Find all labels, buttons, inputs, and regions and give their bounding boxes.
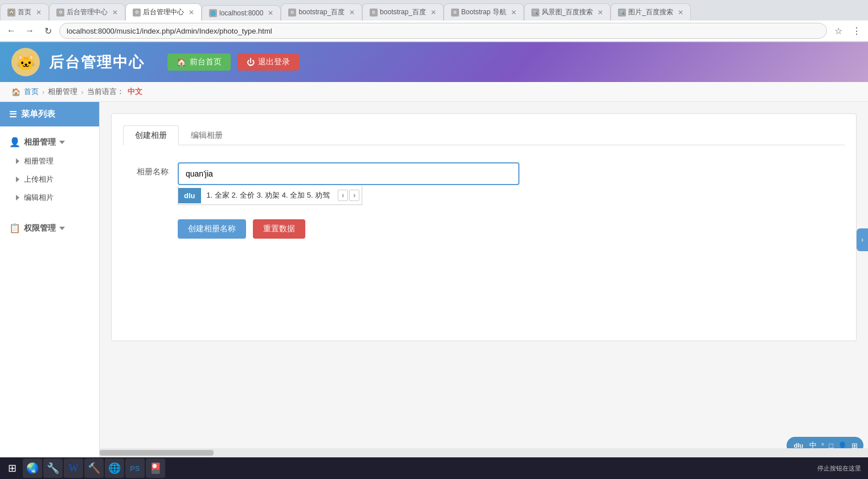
sidebar-section-title-permission[interactable]: 📋 权限管理 (0, 218, 99, 238)
browser-tab-2[interactable]: ⚙ 后台管理中心 ✕ (49, 3, 125, 21)
browser-tab-5[interactable]: B bootstrap_百度 ✕ (281, 3, 362, 21)
form-input-wrap: dlu 1. 全家 2. 全价 3. 劝架 4. 全加 5. 劝驾 ‹ › 创建… (178, 162, 519, 239)
home-icon-small: 🏠 (11, 88, 21, 96)
sidebar-section-title-album[interactable]: 👤 相册管理 (0, 132, 99, 152)
taskbar-app-4[interactable]: 🔨 (84, 458, 104, 478)
reset-button[interactable]: 重置数据 (253, 219, 305, 239)
refresh-button[interactable]: ↻ (41, 24, 55, 38)
browser-tab-4[interactable]: 🌐 localhost:8000 ✕ (202, 5, 281, 21)
ime-nav: ‹ › (335, 186, 362, 204)
browser-tab-1[interactable]: 🏠 首页 ✕ (0, 3, 49, 21)
browser-tab-3[interactable]: ⚙ 后台管理中心 ✕ (125, 3, 202, 21)
home-button-label: 前台首页 (190, 57, 222, 67)
ime-next-button[interactable]: › (349, 190, 359, 201)
sidebar-item-label-album: 相册管理 (24, 156, 54, 166)
tab-close-6[interactable]: ✕ (431, 9, 436, 17)
taskbar-app-2[interactable]: 🔧 (43, 458, 63, 478)
forward-button[interactable]: → (23, 24, 36, 38)
tab-title-6: bootstrap_百度 (380, 7, 426, 17)
taskbar-app-icon-2: 🔧 (47, 462, 59, 474)
breadcrumb-home[interactable]: 首页 (24, 87, 39, 97)
taskbar-app-icon-7: 🎴 (149, 462, 162, 474)
logout-button-label: 退出登录 (258, 57, 290, 67)
tab-close-5[interactable]: ✕ (349, 9, 355, 17)
create-album-label: 创建相册名称 (188, 224, 236, 233)
menu-button[interactable]: ⋮ (850, 24, 863, 38)
taskbar-app-1[interactable]: 🌏 (23, 458, 42, 478)
breadcrumb-lang-label: 当前语言： (87, 87, 124, 97)
tab-favicon-9: 🔍 (618, 9, 626, 17)
ime-candidates[interactable]: 1. 全家 2. 全价 3. 劝架 4. 全加 5. 劝驾 (201, 187, 336, 204)
tab-favicon-4: 🌐 (209, 9, 217, 17)
tab-favicon-6: B (370, 9, 378, 17)
tab-title-2: 后台管理中心 (67, 7, 108, 17)
logout-button[interactable]: ⏻ 退出登录 (238, 54, 299, 71)
tab-close-9[interactable]: ✕ (678, 9, 683, 17)
browser-tab-7[interactable]: B Bootstrap 导航 ✕ (444, 3, 524, 21)
home-icon: 🏠 (177, 58, 186, 67)
breadcrumb: 🏠 首页 › 相册管理 › 当前语言： 中文 (0, 82, 868, 102)
sidebar-item-album-mgmt[interactable]: 相册管理 (0, 152, 99, 170)
tab-title-3: 后台管理中心 (143, 7, 184, 17)
tab-close-7[interactable]: ✕ (511, 9, 517, 17)
tab-title-8: 风景图_百度搜索 (542, 7, 593, 17)
browser-tab-9[interactable]: 🔍 图片_百度搜索 ✕ (611, 3, 691, 21)
taskbar-right-text: 停止按钮在这里 (817, 464, 861, 473)
content-area: 创建相册 编辑相册 相册名称 dlu 1. 全家 2. 全价 3. 劝架 4. … (100, 102, 868, 479)
tab-favicon-3: ⚙ (133, 9, 141, 17)
sidebar-title: 菜单列表 (21, 109, 55, 120)
tab-close-4[interactable]: ✕ (268, 9, 273, 17)
header-buttons: 🏠 前台首页 ⏻ 退出登录 (167, 54, 299, 71)
tab-title-4: localhost:8000 (219, 9, 263, 17)
address-bar-row: ← → ↻ ☆ ⋮ (0, 21, 868, 42)
taskbar-app-6[interactable]: PS (125, 458, 145, 478)
sidebar-item-edit-photo[interactable]: 编辑相片 (0, 189, 99, 207)
reset-label: 重置数据 (263, 224, 295, 233)
tab-edit-album[interactable]: 编辑相册 (179, 125, 235, 145)
ime-prev-button[interactable]: ‹ (338, 190, 348, 201)
tab-title-7: Bootstrap 导航 (461, 7, 506, 17)
back-button[interactable]: ← (5, 24, 18, 38)
tab-close-1[interactable]: ✕ (36, 9, 42, 17)
tab-close-2[interactable]: ✕ (112, 9, 118, 17)
ime-logo: dlu (178, 188, 201, 203)
bookmark-button[interactable]: ☆ (832, 24, 845, 38)
tab-nav: 创建相册 编辑相册 (123, 125, 845, 145)
main-layout: ☰ 菜单列表 👤 相册管理 相册管理 上传相片 编辑相片 (0, 102, 868, 479)
tab-bar: 🏠 首页 ✕ ⚙ 后台管理中心 ✕ ⚙ 后台管理中心 ✕ 🌐 localhost… (0, 0, 868, 21)
logo-emoji: 🐱 (16, 53, 36, 72)
app-logo: 🐱 (11, 48, 40, 76)
address-input[interactable] (59, 23, 827, 39)
create-album-button[interactable]: 创建相册名称 (178, 219, 246, 239)
taskbar: ⊞ 🌏 🔧 W 🔨 🌐 PS 🎴 停止按钮在这里 (0, 457, 868, 479)
breadcrumb-section: 相册管理 (48, 87, 77, 97)
start-button[interactable]: ⊞ (2, 458, 22, 478)
taskbar-app-3[interactable]: W (64, 458, 83, 478)
tab-close-8[interactable]: ✕ (597, 9, 603, 17)
logout-icon: ⏻ (247, 58, 255, 67)
sidebar-item-upload-photo[interactable]: 上传相片 (0, 170, 99, 189)
tab-close-3[interactable]: ✕ (189, 9, 194, 17)
tab-title-9: 图片_百度搜索 (628, 7, 673, 17)
tab-favicon-2: ⚙ (56, 9, 64, 17)
tab-title-1: 首页 (18, 7, 31, 17)
tab-create-album[interactable]: 创建相册 (123, 125, 179, 145)
content-inner: 创建相册 编辑相册 相册名称 dlu 1. 全家 2. 全价 3. 劝架 4. … (111, 113, 857, 341)
breadcrumb-sep-1: › (42, 88, 44, 96)
taskbar-app-7[interactable]: 🎴 (146, 458, 165, 478)
browser-tab-8[interactable]: 🔍 风景图_百度搜索 ✕ (524, 3, 611, 21)
tab-favicon-5: B (288, 9, 296, 17)
form-label-album-name: 相册名称 (123, 162, 169, 177)
browser-tab-6[interactable]: B bootstrap_百度 ✕ (362, 3, 444, 21)
taskbar-app-icon-3: W (68, 462, 79, 474)
taskbar-app-icon-4: 🔨 (88, 462, 100, 474)
home-button[interactable]: 🏠 前台首页 (167, 54, 231, 71)
album-name-input[interactable] (178, 162, 519, 185)
sidebar-edge-button[interactable]: › (857, 228, 868, 251)
app-header: 🐱 后台管理中心 🏠 前台首页 ⏻ 退出登录 (0, 42, 868, 82)
sidebar-section-permission: 📋 权限管理 (0, 212, 99, 244)
taskbar-app-5[interactable]: 🌐 (105, 458, 124, 478)
collapse-icon-permission (59, 227, 65, 230)
scrollbar-horizontal[interactable] (100, 448, 868, 457)
section-title-permission: 权限管理 (24, 223, 56, 234)
